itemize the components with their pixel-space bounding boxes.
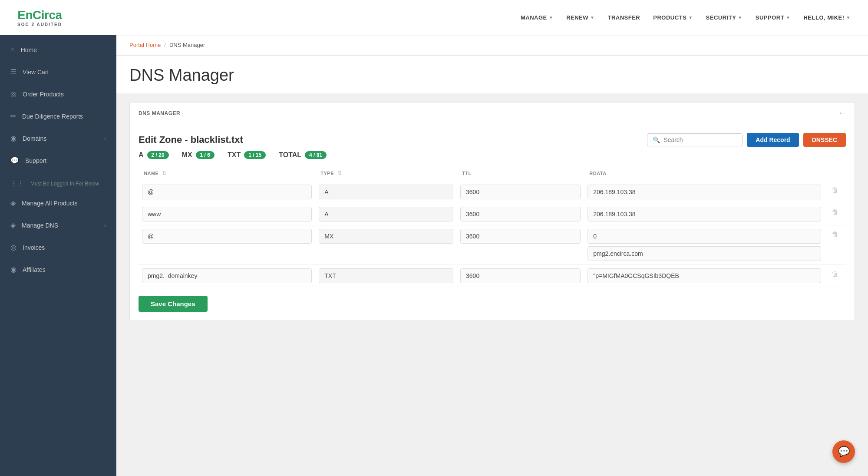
sidebar-label-due-diligence: Due Diligence Reports <box>22 113 83 120</box>
sidebar-label-affiliates: Affiliates <box>23 266 46 273</box>
record-rdata-input-1-0[interactable] <box>587 207 821 221</box>
sidebar-item-due-diligence[interactable]: ✏ Due Diligence Reports <box>0 105 116 127</box>
sidebar-item-manage-all-products[interactable]: ◈ Manage All Products <box>0 192 116 214</box>
logo[interactable]: EnCirca SOC 2 AUDITED <box>17 8 62 27</box>
chat-fab-button[interactable]: 💬 <box>832 440 855 463</box>
main-content: Portal Home / DNS Manager DNS Manager DN… <box>116 35 868 476</box>
record-ttl-input-1[interactable] <box>460 207 581 221</box>
products-arrow-icon: ▼ <box>688 15 693 20</box>
dnssec-button[interactable]: DNSSEC <box>803 133 846 147</box>
panel-back-button[interactable]: ← <box>838 109 846 118</box>
zone-header: Edit Zone - blacklist.txt 🔍 Add Record D… <box>130 124 855 151</box>
divider-icon: ⋮⋮ <box>10 179 24 188</box>
sidebar-item-invoices[interactable]: ◎ Invoices <box>0 236 116 258</box>
cart-icon: ☰ <box>10 68 17 76</box>
nav-transfer[interactable]: TRANSFER <box>607 14 640 21</box>
record-type-a: A 2 / 20 <box>139 151 169 159</box>
search-box[interactable]: 🔍 <box>647 133 743 146</box>
record-name-input-1[interactable] <box>142 207 312 221</box>
due-diligence-icon: ✏ <box>10 112 16 120</box>
sidebar-label-domains: Domains <box>23 135 46 142</box>
record-rdata-input-0-0[interactable] <box>587 185 821 199</box>
user-arrow-icon: ▼ <box>846 15 851 20</box>
logo-sub: SOC 2 AUDITED <box>17 22 62 27</box>
record-ttl-input-0[interactable] <box>460 185 581 199</box>
table-row: 🗑 <box>139 265 846 287</box>
delete-record-button-1[interactable]: 🗑 <box>828 207 842 218</box>
support-icon: 💬 <box>10 156 19 165</box>
record-name-input-3[interactable] <box>142 268 312 283</box>
sidebar-item-view-cart[interactable]: ☰ View Cart <box>0 61 116 83</box>
manage-dns-chevron-icon: › <box>104 222 106 228</box>
breadcrumb-home-link[interactable]: Portal Home <box>129 42 161 48</box>
table-row: 🗑 <box>139 225 846 265</box>
nav-user[interactable]: HELLO, MIKE! ▼ <box>803 14 851 21</box>
table-row: 🗑 <box>139 203 846 225</box>
chat-icon: 💬 <box>838 446 850 457</box>
sidebar-label-home: Home <box>21 46 37 53</box>
delete-record-button-3[interactable]: 🗑 <box>828 268 842 280</box>
record-rdata-input-2-1[interactable] <box>587 246 821 261</box>
record-type-input-2[interactable] <box>319 229 453 244</box>
renew-arrow-icon: ▼ <box>590 15 594 20</box>
domains-chevron-icon: › <box>104 136 106 142</box>
record-type-input-1[interactable] <box>319 207 453 221</box>
zone-title: Edit Zone - blacklist.txt <box>139 134 243 145</box>
sort-type-icon: ⇅ <box>337 170 342 176</box>
sidebar: ⌂ Home ☰ View Cart ◎ Order Products ✏ Du… <box>0 35 116 476</box>
col-header-ttl: TTL <box>457 166 584 181</box>
dns-manager-panel: DNS MANAGER ← Edit Zone - blacklist.txt … <box>129 102 855 321</box>
nav-renew[interactable]: RENEW ▼ <box>566 14 594 21</box>
panel-header: DNS MANAGER ← <box>130 102 855 124</box>
page-title: DNS Manager <box>129 66 855 85</box>
breadcrumb: Portal Home / DNS Manager <box>116 35 868 56</box>
add-record-button[interactable]: Add Record <box>747 133 799 147</box>
sidebar-item-order-products[interactable]: ◎ Order Products <box>0 83 116 105</box>
record-name-input-2[interactable] <box>142 229 312 244</box>
record-ttl-input-2[interactable] <box>460 229 581 244</box>
domains-icon: ◉ <box>10 134 17 142</box>
record-name-input-0[interactable] <box>142 185 312 199</box>
delete-record-button-2[interactable]: 🗑 <box>828 229 842 240</box>
sidebar-label-support: Support <box>25 157 46 164</box>
manage-products-icon: ◈ <box>10 199 16 207</box>
record-type-input-0[interactable] <box>319 185 453 199</box>
sidebar-item-domains[interactable]: ◉ Domains › <box>0 127 116 149</box>
invoices-icon: ◎ <box>10 243 17 251</box>
nav-security[interactable]: SECURITY ▼ <box>706 14 743 21</box>
nav-products[interactable]: PRODUCTS ▼ <box>653 14 693 21</box>
col-header-name: NAME ⇅ <box>139 166 315 181</box>
record-rdata-input-3-0[interactable] <box>587 268 821 283</box>
record-type-mx: MX 1 / 6 <box>182 151 215 159</box>
dns-records-table: NAME ⇅ TYPE ⇅ TTL RDATA <box>139 166 846 287</box>
table-row: 🗑 <box>139 181 846 203</box>
record-ttl-input-3[interactable] <box>460 268 581 283</box>
panel-title: DNS MANAGER <box>139 110 180 116</box>
badge-total: 4 / 81 <box>305 151 327 159</box>
search-icon: 🔍 <box>653 136 660 143</box>
app-body: ⌂ Home ☰ View Cart ◎ Order Products ✏ Du… <box>0 35 868 476</box>
nav-manage[interactable]: MANAGE ▼ <box>521 14 553 21</box>
sort-name-icon: ⇅ <box>162 170 167 176</box>
badge-txt: 1 / 15 <box>244 151 266 159</box>
record-type-input-3[interactable] <box>319 268 453 283</box>
sidebar-item-affiliates[interactable]: ◉ Affiliates <box>0 258 116 281</box>
delete-record-button-0[interactable]: 🗑 <box>828 185 842 196</box>
save-changes-button[interactable]: Save Changes <box>139 296 208 312</box>
nav-support[interactable]: SUPPORT ▼ <box>756 14 791 21</box>
search-input[interactable] <box>663 136 737 143</box>
record-type-txt: TXT 1 / 15 <box>228 151 266 159</box>
record-rdata-input-2-0[interactable] <box>587 229 821 244</box>
record-tabs: A 2 / 20 MX 1 / 6 TXT 1 / 15 TOTAL 4 / 8… <box>130 151 855 166</box>
affiliates-icon: ◉ <box>10 265 17 274</box>
col-header-type: TYPE ⇅ <box>315 166 457 181</box>
sidebar-label-logged-in: Must Be Logged In For Below <box>30 181 99 187</box>
record-type-total: TOTAL 4 / 81 <box>279 151 327 159</box>
sidebar-item-support[interactable]: 💬 Support <box>0 149 116 172</box>
sidebar-label-manage-all-products: Manage All Products <box>22 200 77 207</box>
sidebar-item-manage-dns[interactable]: ◈ Manage DNS › <box>0 214 116 236</box>
sidebar-logged-in-divider: ⋮⋮ Must Be Logged In For Below <box>0 172 116 192</box>
col-header-action <box>825 166 846 181</box>
sidebar-item-home[interactable]: ⌂ Home <box>0 39 116 61</box>
breadcrumb-separator: / <box>164 42 166 48</box>
